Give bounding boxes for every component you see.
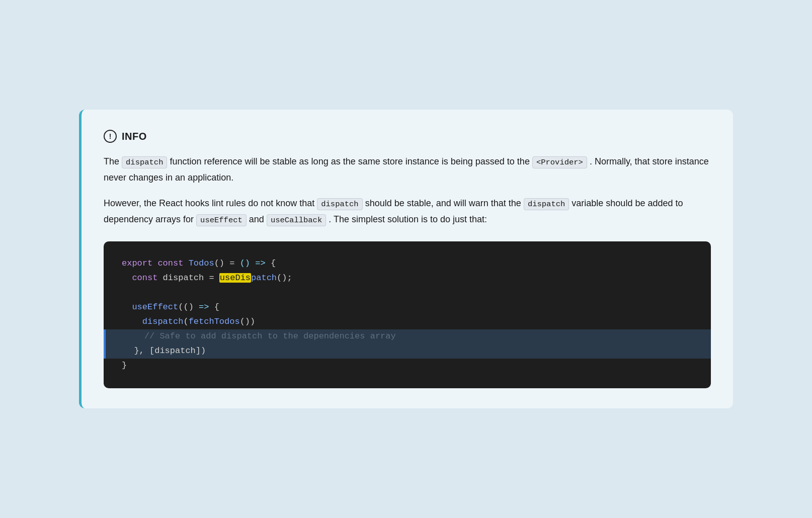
p1-code-dispatch: dispatch	[122, 156, 167, 168]
code-line-3	[122, 286, 693, 300]
paragraph-2: However, the React hooks lint rules do n…	[104, 196, 711, 227]
p1-text-middle: function reference will be stable as lon…	[170, 156, 532, 166]
p2-code-dispatch1: dispatch	[317, 198, 362, 210]
info-card: ! INFO The dispatch function reference w…	[79, 110, 733, 408]
info-header: ! INFO	[104, 130, 711, 143]
p2-text-middle1: should be stable, and will warn that the	[365, 198, 524, 208]
p2-code-dispatch2: dispatch	[524, 198, 569, 210]
p1-text-before: The	[104, 156, 122, 166]
p2-text-before: However, the React hooks lint rules do n…	[104, 198, 317, 208]
code-line-4: useEffect(() => {	[122, 300, 693, 315]
code-line-1: export const Todos() = () => {	[122, 256, 693, 271]
code-line-8: }	[122, 359, 693, 373]
code-line-6: // Safe to add dispatch to the dependenc…	[104, 329, 711, 344]
p2-code-usecallback: useCallback	[267, 214, 326, 226]
code-block: export const Todos() = () => { const dis…	[104, 241, 711, 388]
p2-text-after: . The simplest solution is to do just th…	[329, 214, 487, 224]
code-line-7: }, [dispatch])	[104, 344, 711, 359]
code-line-2: const dispatch = useDispatch();	[122, 271, 693, 286]
info-icon: !	[104, 130, 117, 143]
p2-code-useeffect: useEffect	[196, 214, 247, 226]
p2-text-middle3: and	[249, 214, 267, 224]
paragraph-1: The dispatch function reference will be …	[104, 154, 711, 186]
p1-code-provider: <Provider>	[532, 156, 587, 168]
info-body: The dispatch function reference will be …	[104, 154, 711, 227]
info-title: INFO	[122, 131, 147, 142]
code-line-5: dispatch(fetchTodos())	[122, 315, 693, 329]
